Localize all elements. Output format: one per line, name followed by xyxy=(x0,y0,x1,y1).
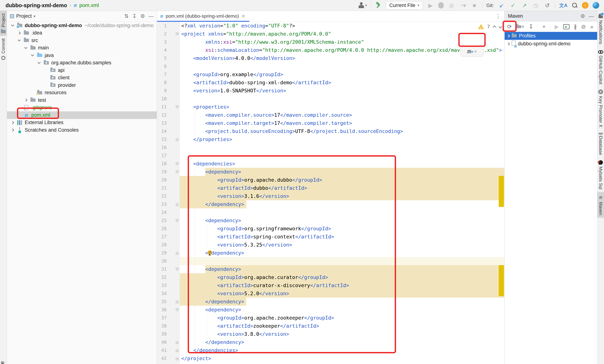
code-line-34[interactable]: 34 <version>5.2.0</version> xyxy=(157,289,504,298)
dismiss-widget-icon[interactable]: ✕ xyxy=(474,47,477,55)
tree-item-main[interactable]: main xyxy=(7,44,157,52)
tool-stripe-button-mybatis-sql[interactable]: Mybatis Sql xyxy=(597,158,604,192)
user-account-button[interactable]: ▾ xyxy=(358,2,367,9)
run-configuration-select[interactable]: Current File ▾ xyxy=(386,1,423,9)
project-view-title[interactable]: Project xyxy=(16,13,32,19)
more-actions-icon[interactable]: » xyxy=(590,24,593,30)
toggle-offline-mode-icon[interactable]: ⊘ xyxy=(581,24,586,30)
tool-stripe-button-commit[interactable]: Commit xyxy=(0,36,7,63)
code-line-29[interactable]: 29 </dependency> xyxy=(157,249,504,257)
profiler-button[interactable]: ◔▾ xyxy=(459,2,467,9)
code-line-18[interactable]: 18 <dependencies> xyxy=(157,160,504,168)
collapse-all-button[interactable]: ↧ xyxy=(132,13,137,19)
tool-stripe-button-project[interactable]: Project xyxy=(0,11,7,36)
git-rollback-button[interactable]: ↺ xyxy=(543,2,551,9)
code-line-35[interactable]: 35 </dependency> xyxy=(157,298,504,306)
tool-stripe-button-maven[interactable]: mMaven xyxy=(597,192,604,218)
download-sources-icon[interactable]: ↧ xyxy=(528,24,533,30)
skip-tests-icon[interactable]: ∦ xyxy=(574,24,577,30)
tree-item-java[interactable]: java xyxy=(7,52,157,59)
code-line-33[interactable]: 33 <artifactId>curator-x-discovery</arti… xyxy=(157,281,504,289)
code-line-8[interactable]: 8 <artifactId>dubbo-spring-xml-demo</art… xyxy=(157,78,504,87)
code-line-31[interactable]: 31 <dependency> xyxy=(157,265,504,273)
code-line-30[interactable]: 30 xyxy=(157,257,504,265)
reload-all-maven-projects-icon[interactable]: ⟳ xyxy=(507,24,512,30)
code-line-1[interactable]: 1<?xml version="1.0" encoding="UTF-8"?> xyxy=(157,22,504,30)
chevron-collapsed-icon[interactable] xyxy=(24,99,27,102)
code-line-5[interactable]: 5 <modelVersion>4.0.0</modelVersion> xyxy=(157,54,504,62)
tree-item-scratches-and-consoles[interactable]: Scratches and Consoles xyxy=(7,126,157,134)
chevron-expanded-icon[interactable] xyxy=(31,53,34,56)
chevron-collapsed-icon[interactable] xyxy=(11,128,14,132)
code-line-37[interactable]: 37 <groupId>org.apache.zookeeper</groupI… xyxy=(157,314,504,322)
chevron-expanded-icon[interactable] xyxy=(38,61,41,64)
tree-item--idea[interactable]: .idea xyxy=(7,29,157,37)
hide-panel-button[interactable]: — xyxy=(149,13,154,19)
add-maven-project-icon[interactable]: + xyxy=(542,24,546,30)
code-line-2[interactable]: 2<project xmlns="http://maven.apache.org… xyxy=(157,30,504,38)
code-line-28[interactable]: 28 <version>5.3.25</version> xyxy=(157,241,504,249)
generate-sources-folders-icon[interactable]: ⟳ xyxy=(516,25,524,29)
code-line-38[interactable]: 38 <artifactId>zookeeper</artifactId> xyxy=(157,322,504,330)
update-plugin-icon[interactable]: ↑ xyxy=(582,2,589,9)
code-line-41[interactable]: 41 </dependencies> xyxy=(157,346,504,354)
code-line-36[interactable]: 36 <dependency> xyxy=(157,306,504,314)
previous-problem-icon[interactable] xyxy=(493,25,496,29)
code-line-3[interactable]: 3 xmlns:xsi="http://www.w3.org/2001/XMLS… xyxy=(157,38,504,46)
chevron-expanded-icon[interactable] xyxy=(18,38,21,41)
tab-options-menu-icon[interactable]: ⋮ xyxy=(495,13,501,20)
code-line-27[interactable]: 27 <artifactId>spring-context</artifactI… xyxy=(157,233,504,241)
code-line-17[interactable]: 17 xyxy=(157,151,504,160)
tree-item-test[interactable]: test xyxy=(7,96,157,104)
git-history-button[interactable]: ◷ xyxy=(532,2,540,9)
maven-item-profiles[interactable]: Profiles xyxy=(505,32,597,40)
code-line-9[interactable]: 9 <version>1.0-SNAPSHOT</version> xyxy=(157,87,504,95)
code-line-4[interactable]: 4 xsi:schemaLocation="http://maven.apach… xyxy=(157,46,504,54)
tool-stripe-button-key-promoter-x[interactable]: ✕Key Promoter X xyxy=(597,87,604,130)
editor-tab-pom-xml[interactable]: m pom.xml (dubbo-spring-xml-demo) ✕ xyxy=(157,11,249,22)
breadcrumb-project[interactable]: dubbo-spring-xml-demo xyxy=(6,2,67,9)
build-hammer-icon[interactable] xyxy=(375,2,382,9)
chevron-expanded-icon[interactable] xyxy=(24,46,27,49)
code-line-26[interactable]: 26 <groupId>org.springframework</groupId… xyxy=(157,225,504,233)
tree-item-external-libraries[interactable]: External Libraries xyxy=(7,119,157,126)
tool-stripe-button-notifications[interactable]: Notifications xyxy=(597,11,604,47)
tree-item-resources[interactable]: resources xyxy=(7,89,157,97)
execute-maven-run-configuration-icon[interactable]: ▶ xyxy=(563,24,569,29)
close-tab-icon[interactable]: ✕ xyxy=(241,14,245,19)
maven-item-dubbo-spring-xml-demo[interactable]: dubbo-spring-xml-demo xyxy=(505,40,597,48)
git-push-button[interactable]: ↗ xyxy=(521,2,528,9)
tree-item-provider[interactable]: provider xyxy=(7,82,157,89)
maven-reload-floating-widget[interactable]: m ✕ xyxy=(460,46,484,57)
code-line-11[interactable]: 11 <properties> xyxy=(157,103,504,111)
code-line-13[interactable]: 13 <maven.compiler.target>17</maven.comp… xyxy=(157,119,504,127)
code-line-22[interactable]: 22 <version>3.1.6</version> xyxy=(157,192,504,200)
code-line-24[interactable]: 24 xyxy=(157,208,504,216)
code-line-40[interactable]: 40 </dependency> xyxy=(157,338,504,346)
code-line-15[interactable]: 15 </properties> xyxy=(157,135,504,143)
code-line-23[interactable]: 23 </dependency> xyxy=(157,200,504,208)
code-line-21[interactable]: 21 <artifactId>dubbo</artifactId> xyxy=(157,184,504,192)
expand-all-button[interactable]: ⇅ xyxy=(124,13,128,19)
tree-item-client[interactable]: client xyxy=(7,74,157,82)
code-line-25[interactable]: 25 <dependency> xyxy=(157,216,504,225)
tree-item-api[interactable]: api xyxy=(7,67,157,74)
chevron-collapsed-icon[interactable] xyxy=(18,31,21,35)
tool-stripe-button-database[interactable]: Database xyxy=(597,130,604,158)
editor-body[interactable]: 1<?xml version="1.0" encoding="UTF-8"?>2… xyxy=(157,22,504,364)
translate-icon[interactable]: 文A xyxy=(559,2,567,9)
debug-button[interactable] xyxy=(438,2,444,9)
tree-item-pom-xml[interactable]: mpom.xml xyxy=(7,111,157,119)
code-line-42[interactable]: 42</project> xyxy=(157,354,504,363)
warning-icon[interactable] xyxy=(478,24,484,29)
tool-stripe-button-github-copilot[interactable]: GitHub Copilot xyxy=(597,47,604,87)
code-line-6[interactable]: 6 xyxy=(157,62,504,70)
search-everywhere-button[interactable] xyxy=(572,2,578,9)
tree-item-dubbo-spring-xml-demo[interactable]: dubbo-spring-xml-demo~/code/dubbo-spring… xyxy=(7,22,157,29)
plugin-sphere-icon[interactable] xyxy=(592,2,599,9)
code-line-12[interactable]: 12 <maven.compiler.source>17</maven.comp… xyxy=(157,111,504,119)
tree-item-org-apache-dubbo-samples[interactable]: org.apache.dubbo.samples xyxy=(7,59,157,67)
code-line-32[interactable]: 32 <groupId>org.apache.curator</groupId> xyxy=(157,273,504,281)
run-button[interactable]: ▶ xyxy=(427,2,434,9)
next-problem-icon[interactable] xyxy=(499,25,502,28)
